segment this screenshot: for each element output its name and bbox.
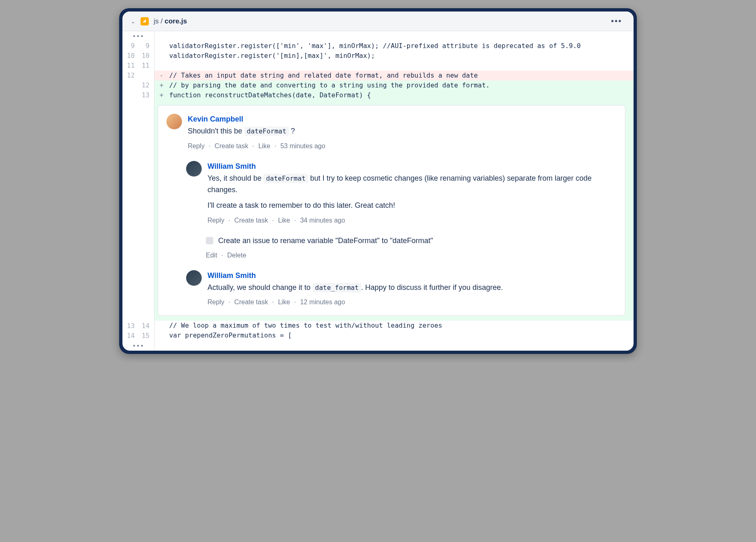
avatar[interactable] xyxy=(166,114,182,129)
expand-context-icon[interactable]: ••• xyxy=(122,31,154,41)
comment-timestamp: 34 minutes ago xyxy=(300,216,345,225)
comment-reply: William Smith Yes, it should be dateForm… xyxy=(186,161,617,225)
modified-file-icon xyxy=(141,17,149,25)
diff-code-area: validatorRegister.register(['min', 'max'… xyxy=(154,31,634,351)
reply-action[interactable]: Reply xyxy=(207,297,224,307)
code-line[interactable]: var prependZeroPermutations = [ xyxy=(154,331,634,340)
create-task-action[interactable]: Create task xyxy=(234,297,268,307)
expand-context-icon[interactable]: ••• xyxy=(122,341,154,351)
comment-author-link[interactable]: Kevin Campbell xyxy=(188,114,617,125)
avatar[interactable] xyxy=(186,161,202,177)
comment-text: Yes, it should be dateFormat but I try t… xyxy=(207,173,617,211)
like-action[interactable]: Like xyxy=(278,216,290,225)
code-line[interactable]: validatorRegister.register(['min', 'max'… xyxy=(154,41,634,51)
comment-author-link[interactable]: William Smith xyxy=(207,161,617,172)
task-actions: Edit Delete xyxy=(206,250,617,260)
comment-text: Shouldn't this be dateFormat ? xyxy=(188,126,617,137)
breadcrumb-folder[interactable]: js xyxy=(154,17,159,25)
reply-action[interactable]: Reply xyxy=(188,141,205,151)
delete-action[interactable]: Delete xyxy=(227,250,246,260)
gutter-comment-spacer xyxy=(122,100,154,321)
code-line[interactable]: // We loop a maximum of two times to tes… xyxy=(154,321,634,331)
code-line[interactable] xyxy=(154,61,634,71)
code-line-added[interactable]: + // by parsing the date and converting … xyxy=(154,80,634,90)
comment-actions: Reply Create task Like 34 minutes ago xyxy=(207,216,617,225)
comment-timestamp: 53 minutes ago xyxy=(280,141,325,151)
comment-text: Actually, we should change it to date_fo… xyxy=(207,282,617,294)
task-item: Create an issue to rename variable "Date… xyxy=(206,235,617,260)
inline-code: dateFormat xyxy=(244,126,289,136)
more-actions-icon[interactable]: ••• xyxy=(608,16,625,26)
line-number-gutter: ••• 99 1010 1111 12 12 13 1314 1415 ••• xyxy=(122,31,154,351)
create-task-action[interactable]: Create task xyxy=(234,216,268,225)
code-line-added[interactable]: + function reconstructDateMatches(date, … xyxy=(154,90,634,100)
like-action[interactable]: Like xyxy=(278,297,290,307)
task-text: Create an issue to rename variable "Date… xyxy=(218,235,433,246)
comment-actions: Reply Create task Like 53 minutes ago xyxy=(188,141,617,151)
reply-action[interactable]: Reply xyxy=(207,216,224,225)
comment-actions: Reply Create task Like 12 minutes ago xyxy=(207,297,617,307)
like-action[interactable]: Like xyxy=(258,141,270,151)
chevron-down-icon[interactable]: ⌄ xyxy=(131,18,136,25)
inline-code: dateFormat xyxy=(263,174,308,183)
task-checkbox[interactable] xyxy=(206,237,213,244)
inline-comment-thread: Kevin Campbell Shouldn't this be dateFor… xyxy=(154,100,634,321)
file-header: ⌄ js / core.js ••• xyxy=(122,11,634,31)
create-task-action[interactable]: Create task xyxy=(214,141,248,151)
breadcrumb-filename[interactable]: core.js xyxy=(164,17,187,25)
comment-author-link[interactable]: William Smith xyxy=(207,270,617,281)
edit-action[interactable]: Edit xyxy=(206,250,217,260)
comment: Kevin Campbell Shouldn't this be dateFor… xyxy=(166,114,617,151)
avatar[interactable] xyxy=(186,270,202,286)
code-line-removed[interactable]: - // Takes an input date string and rela… xyxy=(154,71,634,80)
comment-timestamp: 12 minutes ago xyxy=(300,297,345,307)
breadcrumb: js / core.js xyxy=(154,17,187,25)
inline-code: date_format xyxy=(313,283,361,292)
code-line[interactable]: validatorRegister.register('[min],[max]'… xyxy=(154,51,634,61)
comment-reply: William Smith Actually, we should change… xyxy=(186,270,617,308)
